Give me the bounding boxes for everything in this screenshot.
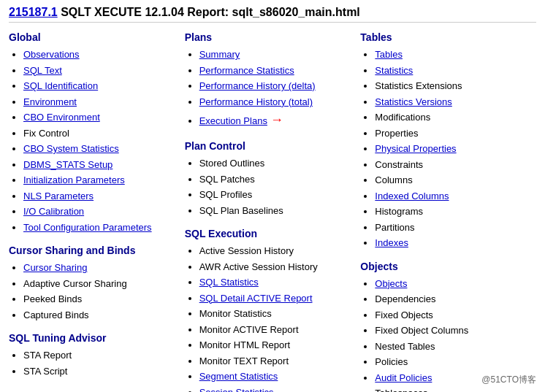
nav-link[interactable]: Summary bbox=[199, 49, 240, 60]
arrow-icon: → bbox=[270, 110, 283, 130]
cursor-section-title: Cursor Sharing and Binds bbox=[9, 245, 179, 256]
nav-link[interactable]: SQL Detail ACTIVE Report bbox=[199, 293, 313, 304]
nav-link[interactable]: Performance History (delta) bbox=[199, 80, 316, 91]
nav-link[interactable]: CBO System Statistics bbox=[23, 143, 119, 154]
plans-section-title: Plans bbox=[185, 31, 355, 43]
nav-link[interactable]: DBMS_STATS Setup bbox=[23, 159, 113, 170]
list-item: I/O Calibration bbox=[23, 204, 179, 219]
watermark: @51CTO博客 bbox=[481, 374, 536, 386]
list-item: Monitor TEXT Report bbox=[199, 354, 355, 369]
sta-list: STA ReportSTA Script bbox=[9, 348, 179, 378]
nav-link[interactable]: SQL Statistics bbox=[199, 277, 259, 288]
list-item: Indexes bbox=[375, 236, 530, 250]
nav-link[interactable]: Tables bbox=[375, 49, 403, 60]
list-item: Performance Statistics bbox=[199, 64, 355, 78]
list-item: Columns bbox=[375, 173, 530, 188]
nav-link[interactable]: Indexes bbox=[375, 237, 408, 248]
list-item: Captured Binds bbox=[23, 308, 179, 323]
nav-link[interactable]: Tool Configuration Parameters bbox=[23, 222, 152, 233]
list-item: SQL Profiles bbox=[199, 188, 355, 202]
nav-link[interactable]: Observations bbox=[23, 49, 80, 60]
nav-link[interactable]: Cursor Sharing bbox=[23, 262, 87, 273]
list-item: AWR Active Session History bbox=[199, 260, 355, 274]
list-item: Properties bbox=[375, 126, 530, 141]
list-item: Peeked Binds bbox=[23, 292, 179, 307]
nav-link[interactable]: NLS Parameters bbox=[23, 191, 94, 201]
list-item: Adaptive Cursor Sharing bbox=[23, 277, 179, 291]
list-item: Fix Control bbox=[23, 126, 179, 141]
list-item: Constraints bbox=[375, 158, 530, 172]
nav-link[interactable]: CBO Environment bbox=[23, 112, 100, 123]
objects-section-title: Objects bbox=[360, 261, 530, 272]
plans-list: SummaryPerformance StatisticsPerformance… bbox=[185, 47, 355, 130]
list-item: Objects bbox=[375, 277, 530, 291]
list-item: Summary bbox=[199, 47, 355, 62]
list-item: Initialization Parameters bbox=[23, 173, 179, 188]
cursor-list: Cursor SharingAdaptive Cursor SharingPee… bbox=[9, 261, 179, 322]
nav-link[interactable]: Physical Properties bbox=[375, 143, 456, 154]
tables-section-title: Tables bbox=[360, 31, 530, 43]
nav-link[interactable]: Indexed Columns bbox=[375, 191, 449, 201]
list-item: STA Report bbox=[23, 348, 179, 363]
list-item: Observations bbox=[23, 47, 179, 62]
global-list: ObservationsSQL TextSQL IdentificationEn… bbox=[9, 47, 179, 234]
nav-link[interactable]: Audit Policies bbox=[375, 372, 432, 383]
list-item: Partitions bbox=[375, 220, 530, 235]
list-item: Session Statistics bbox=[199, 385, 355, 393]
nav-link[interactable]: SQL Identification bbox=[23, 80, 98, 91]
list-item: SQL Statistics bbox=[199, 275, 355, 290]
list-item: Performance History (total) bbox=[199, 95, 355, 109]
list-item: Modifications bbox=[375, 110, 530, 125]
list-item: NLS Parameters bbox=[23, 189, 179, 204]
list-item: Statistics Versions bbox=[375, 95, 530, 109]
plan-control-list: Stored OutlinesSQL PatchesSQL ProfilesSQ… bbox=[185, 156, 355, 218]
nav-link[interactable]: Environment bbox=[23, 96, 77, 107]
sql-execution-list: Active Session HistoryAWR Active Session… bbox=[185, 244, 355, 392]
nav-link[interactable]: Segment Statistics bbox=[199, 371, 278, 382]
report-id-link[interactable]: 215187.1 bbox=[9, 6, 58, 18]
list-item: Monitor HTML Report bbox=[199, 338, 355, 353]
list-item: Dependencies bbox=[375, 292, 530, 307]
global-section-title: Global bbox=[9, 31, 179, 43]
list-item: Fixed Object Columns bbox=[375, 323, 530, 338]
list-item: Policies bbox=[375, 355, 530, 369]
list-item: Tables bbox=[375, 47, 530, 62]
list-item: Fixed Objects bbox=[375, 308, 530, 323]
list-item: Indexed Columns bbox=[375, 189, 530, 204]
list-item: Segment Statistics bbox=[199, 369, 355, 384]
list-item: Active Session History bbox=[199, 244, 355, 258]
list-item: Statistics bbox=[375, 64, 530, 78]
list-item: Tool Configuration Parameters bbox=[23, 220, 179, 235]
list-item: Physical Properties bbox=[375, 142, 530, 156]
column-global: Global ObservationsSQL TextSQL Identific… bbox=[9, 31, 185, 381]
list-item: SQL Patches bbox=[199, 172, 355, 187]
nav-link[interactable]: Execution Plans bbox=[199, 115, 267, 126]
nav-link[interactable]: Performance Statistics bbox=[199, 65, 294, 76]
list-item: CBO System Statistics bbox=[23, 142, 179, 156]
list-item: Monitor Statistics bbox=[199, 307, 355, 321]
list-item: CBO Environment bbox=[23, 110, 179, 125]
list-item: Environment bbox=[23, 95, 179, 109]
nav-link[interactable]: Statistics bbox=[375, 65, 413, 76]
nav-link[interactable]: SQL Text bbox=[23, 65, 62, 76]
sta-section-title: SQL Tuning Advisor bbox=[9, 332, 179, 344]
list-item: Cursor Sharing bbox=[23, 261, 179, 275]
list-item: Performance History (delta) bbox=[199, 79, 355, 93]
column-plans: Plans SummaryPerformance StatisticsPerfo… bbox=[185, 31, 361, 392]
plan-control-section-title: Plan Control bbox=[185, 140, 355, 152]
nav-link[interactable]: I/O Calibration bbox=[23, 206, 84, 217]
nav-link[interactable]: Initialization Parameters bbox=[23, 174, 125, 185]
list-item: Stored Outlines bbox=[199, 156, 355, 171]
list-item: Nested Tables bbox=[375, 339, 530, 354]
nav-link[interactable]: Statistics Versions bbox=[375, 96, 452, 107]
nav-link[interactable]: Performance History (total) bbox=[199, 96, 313, 107]
list-item: Execution Plans → bbox=[199, 110, 355, 130]
nav-link[interactable]: Objects bbox=[375, 278, 407, 289]
list-item: STA Script bbox=[23, 364, 179, 379]
report-title: SQLT XECUTE 12.1.04 Report: sqlt_s86020_… bbox=[61, 6, 360, 18]
list-item: Monitor ACTIVE Report bbox=[199, 323, 355, 337]
sql-execution-section-title: SQL Execution bbox=[185, 228, 355, 239]
nav-link[interactable]: Session Statistics bbox=[199, 387, 274, 393]
list-item: Statistics Extensions bbox=[375, 79, 530, 93]
list-item: SQL Plan Baselines bbox=[199, 204, 355, 218]
